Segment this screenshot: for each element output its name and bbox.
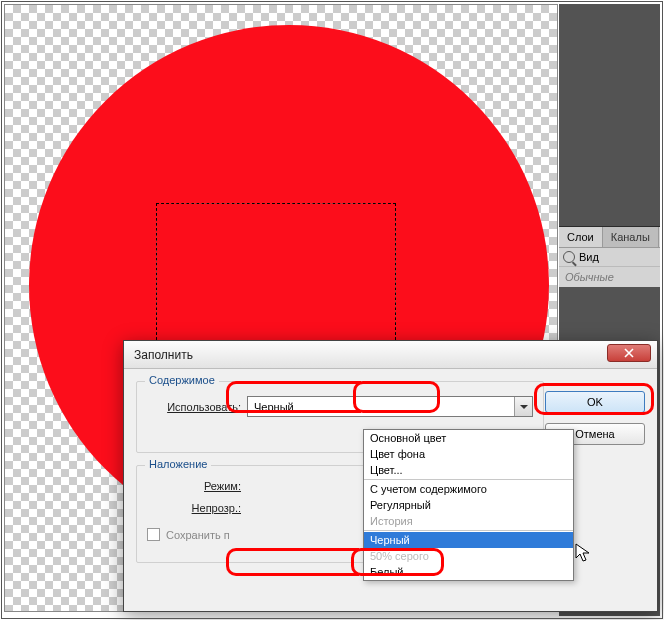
cancel-button-label: Отмена <box>575 428 614 440</box>
use-dropdown-list[interactable]: Основной цвет Цвет фона Цвет... С учетом… <box>363 429 574 581</box>
preserve-label: Сохранить п <box>166 529 230 541</box>
group-contents-legend: Содержимое <box>145 374 219 386</box>
layer-filter-row: Вид <box>559 248 660 267</box>
dd-black[interactable]: Черный <box>364 532 573 548</box>
tab-channels[interactable]: Каналы <box>603 227 659 247</box>
close-button[interactable] <box>607 344 651 362</box>
marquee-selection[interactable] <box>156 203 396 345</box>
dd-content-aware[interactable]: С учетом содержимого <box>364 481 573 497</box>
dialog-title: Заполнить <box>134 348 193 362</box>
dd-separator <box>364 479 573 480</box>
panel-tabs: Слои Каналы <box>559 227 660 248</box>
dialog-titlebar[interactable]: Заполнить <box>124 341 657 369</box>
ok-button[interactable]: OK <box>545 391 645 413</box>
dd-separator <box>364 530 573 531</box>
mode-label: Режим: <box>147 480 241 492</box>
use-combobox[interactable]: Черный <box>247 396 533 417</box>
dd-color[interactable]: Цвет... <box>364 462 573 478</box>
group-blending-legend: Наложение <box>145 458 211 470</box>
use-combobox-value: Черный <box>254 401 294 413</box>
dd-foreground-color[interactable]: Основной цвет <box>364 430 573 446</box>
filter-kind-label[interactable]: Вид <box>579 251 599 263</box>
chevron-down-icon[interactable] <box>514 397 532 416</box>
dd-history: История <box>364 513 573 529</box>
dd-pattern[interactable]: Регулярный <box>364 497 573 513</box>
search-icon <box>563 251 575 263</box>
cursor-icon <box>575 543 591 565</box>
fill-dialog: Заполнить Содержимое Использовать: Черны… <box>123 340 658 612</box>
dd-50-gray[interactable]: 50% серого <box>364 548 573 564</box>
use-label: Использовать: <box>147 401 241 413</box>
dd-background-color[interactable]: Цвет фона <box>364 446 573 462</box>
tab-layers[interactable]: Слои <box>559 227 603 247</box>
ok-button-label: OK <box>587 396 603 408</box>
blend-mode-select[interactable]: Обычные <box>559 267 660 287</box>
layers-panel: Слои Каналы Вид Обычные <box>559 226 660 287</box>
opacity-label: Непрозр.: <box>147 502 241 514</box>
dd-white[interactable]: Белый <box>364 564 573 580</box>
close-icon <box>624 348 634 358</box>
preserve-checkbox[interactable] <box>147 528 160 541</box>
